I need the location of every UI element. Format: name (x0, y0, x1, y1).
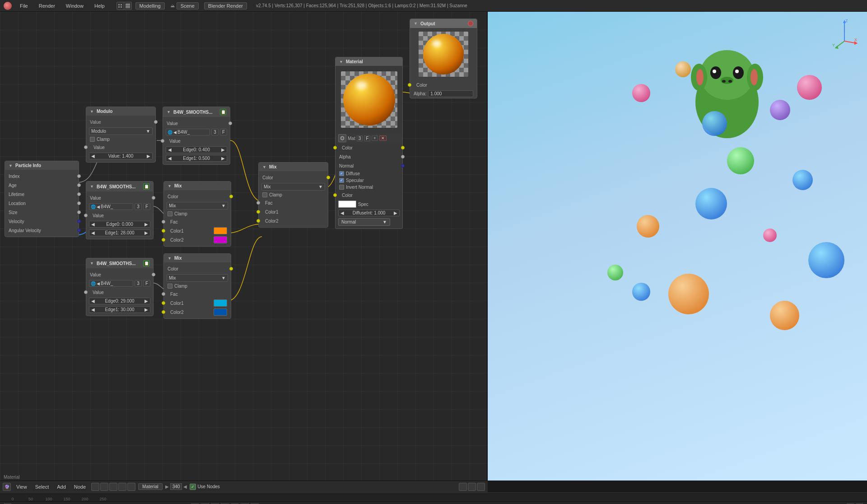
diffuse-int-field[interactable]: ◀ DiffuseInt: 1.000 ▶ (338, 210, 400, 216)
timeline-bar: ⏱ View Marker Frame Playback Start: 1 En… (0, 501, 867, 504)
b4w1-edge0-field[interactable]: ◀ Edge0: 0.400 ▶ (166, 146, 227, 153)
bubble-11 (668, 274, 709, 314)
bubble-4 (675, 61, 691, 77)
socket-mix1-color1-in (162, 229, 165, 233)
svg-point-14 (750, 69, 758, 85)
normal-dropdown[interactable]: Normal ▼ (338, 218, 390, 226)
node-material-header: ▼ Material (336, 57, 402, 66)
blender-logo (4, 2, 12, 10)
mat-close-btn[interactable]: ✕ (379, 135, 387, 141)
mix2-color2-swatch[interactable] (214, 308, 227, 316)
mode-selector[interactable]: Modelling (135, 2, 165, 9)
ne-icon-btn-1[interactable] (91, 483, 99, 491)
b4w1-f-btn[interactable]: F (220, 129, 227, 135)
b4w-smooth2-icon: 📋 (143, 183, 149, 190)
timeline-ruler: 0 50 100 150 200 250 (0, 492, 867, 501)
mix3-dropdown[interactable]: Mix ▼ (261, 183, 325, 191)
socket-size-out (77, 210, 81, 214)
b4w2-edge1-field[interactable]: ◀ Edge1: 28.000 ▶ (89, 229, 150, 236)
node-b4w-smooth2: ▼ B4W_SMOOTHS... 📋 Value 🌐 ◀ B4W_ 3 F (86, 181, 154, 239)
menu-file[interactable]: File (17, 2, 31, 9)
invert-normal-checkbox[interactable] (339, 185, 344, 190)
mix1-clamp[interactable] (168, 211, 172, 216)
ne-right-btn-3[interactable] (477, 483, 485, 491)
viewport-background: Z X Y (488, 12, 867, 481)
tick-0: 0 (4, 497, 22, 501)
socket-mat-color-out (401, 146, 405, 149)
mix2-color1-swatch[interactable] (214, 299, 227, 307)
mat-sphere-btn[interactable] (338, 134, 346, 142)
ne-material-field[interactable]: Material (138, 483, 163, 490)
b4w2-left-btn[interactable]: 🌐 ◀ B4W_ (89, 203, 133, 210)
editor-icon[interactable]: 🔮 (3, 483, 11, 491)
mix1-color1-swatch[interactable] (214, 227, 227, 234)
socket-b4w2-out (152, 196, 155, 200)
b4w2-num[interactable]: 3 (135, 203, 142, 210)
use-nodes-checkbox[interactable]: ✓ (190, 484, 196, 490)
b4w3-left-btn[interactable]: 🌐 ◀ B4W_ (89, 280, 133, 287)
b4w1-num[interactable]: 3 (211, 129, 219, 135)
ne-view-menu[interactable]: View (14, 483, 30, 490)
b4w3-edge0-field[interactable]: ◀ Edge0: 29.000 ▶ (89, 298, 150, 304)
ne-icon-btn-4[interactable] (118, 483, 126, 491)
ne-node-menu[interactable]: Node (71, 483, 89, 490)
node-modulo: ▼ Modulo Value Modulo ▼ Clamp (86, 107, 156, 163)
menu-help[interactable]: Help (92, 2, 107, 9)
b4w1-edge1-field[interactable]: ◀ Edge1: 0.500 ▶ (166, 155, 227, 162)
svg-point-10 (700, 50, 754, 100)
diffuse-checkbox[interactable]: ✓ (339, 171, 344, 176)
ne-right-btn-1[interactable] (459, 483, 467, 491)
mix1-color2-swatch[interactable] (214, 236, 227, 243)
socket-mix2-fac-in (162, 292, 165, 296)
b4w1-left-btn[interactable]: 🌐 ◀ B4W_ (166, 129, 210, 135)
output-alpha-field[interactable]: 1.000 (428, 90, 473, 97)
node-output-header: ▼ Output (410, 19, 477, 28)
mix1-dropdown[interactable]: Mix ▼ (167, 202, 228, 210)
output-close-btn[interactable] (468, 21, 473, 26)
socket-mat-normal-out (401, 164, 405, 168)
mix3-clamp[interactable] (262, 192, 267, 197)
socket-mix3-color2-in (256, 219, 260, 223)
particle-location-row: Location (5, 199, 79, 208)
tick-150: 150 (58, 497, 76, 501)
mix2-dropdown[interactable]: Mix ▼ (167, 274, 228, 282)
ne-num-field[interactable]: 340 (170, 483, 182, 490)
menu-render[interactable]: Render (36, 2, 58, 9)
b4w3-num[interactable]: 3 (135, 280, 142, 287)
engine-selector[interactable]: Blender Render (204, 2, 247, 9)
menu-window[interactable]: Window (63, 2, 86, 9)
node-particle-info-header: ▼ Particle Info (5, 161, 79, 170)
particle-age-row: Age (5, 181, 79, 190)
modulo-dropdown[interactable]: Modulo ▼ (89, 127, 153, 135)
svg-text:X: X (854, 37, 857, 42)
bubble-2 (632, 84, 650, 102)
use-nodes-row: ✓ Use Nodes (190, 484, 219, 490)
node-mix1-header: ▼ Mix (164, 182, 231, 190)
ne-icon-btn-5[interactable] (127, 483, 135, 491)
modulo-value-field[interactable]: ◀ Value: 1.400 ▶ (89, 153, 153, 159)
node-output: ▼ Output Color Alpha: 1.000 (410, 19, 477, 98)
bubble-5 (770, 100, 790, 120)
ne-icon-btn-2[interactable] (100, 483, 108, 491)
b4w2-edge0-field[interactable]: ◀ Edge0: 0.000 ▶ (89, 221, 150, 228)
diffuse-color-swatch[interactable] (338, 201, 356, 208)
ne-icon-btn-3[interactable] (109, 483, 117, 491)
particle-size-row: Size (5, 208, 79, 217)
ne-select-menu[interactable]: Select (33, 483, 52, 490)
specular-checkbox[interactable]: ✓ (339, 178, 344, 183)
socket-mix1-fac-in (162, 220, 165, 224)
3d-viewport: Z X Y (488, 12, 867, 481)
b4w3-f-btn[interactable]: F (143, 280, 150, 287)
socket-velocity-out (77, 219, 81, 223)
mat-add-btn[interactable]: + (372, 135, 378, 141)
b4w3-edge1-field[interactable]: ◀ Edge1: 30.000 ▶ (89, 306, 150, 313)
ne-add-menu[interactable]: Add (54, 483, 69, 490)
mix2-clamp[interactable] (168, 284, 172, 289)
svg-point-17 (713, 70, 716, 73)
ne-right-btn-2[interactable] (468, 483, 476, 491)
socket-mix2-color2-in (162, 310, 165, 314)
scene-selector[interactable]: Scene (177, 2, 199, 9)
b4w2-f-btn[interactable]: F (143, 203, 150, 210)
editor-type-icons: 🔮 (3, 483, 11, 491)
clamp-checkbox[interactable] (90, 137, 95, 142)
